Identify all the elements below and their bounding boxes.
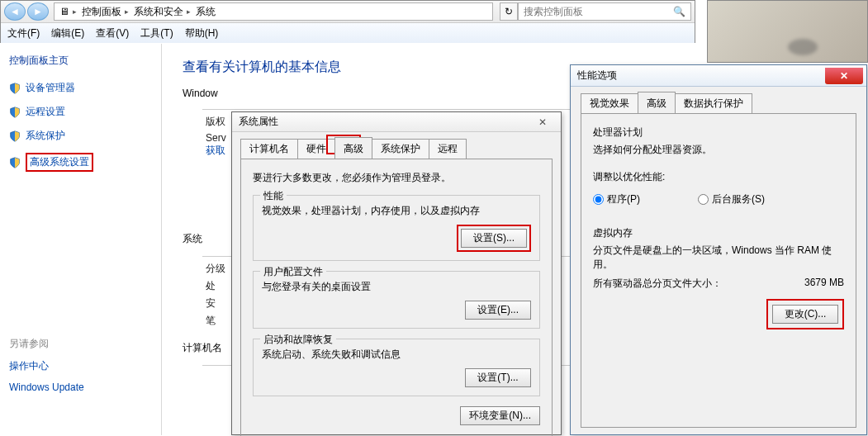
back-icon: ◄ xyxy=(10,6,20,17)
link-action-center[interactable]: 操作中心 xyxy=(9,359,153,373)
address-bar: ◄ ► 🖥▸ 控制面板▸ 系统和安全▸ 系统 ↻ 搜索控制面板 🔍 xyxy=(1,1,695,23)
sidebar-item-device-manager[interactable]: 设备管理器 xyxy=(9,81,153,95)
radio-services[interactable]: 后台服务(S) xyxy=(698,192,765,206)
perf-tab-pane: 处理器计划 选择如何分配处理器资源。 调整以优化性能: 程序(P) 后台服务(S… xyxy=(581,114,856,428)
change-button[interactable]: 更改(C)... xyxy=(772,305,838,324)
adjust-label: 调整以优化性能: xyxy=(593,170,844,184)
startup-recovery-group: 启动和故障恢复 系统启动、系统失败和调试信息 设置(T)... xyxy=(253,339,540,396)
see-also-label: 另请参阅 xyxy=(9,337,153,351)
shield-icon xyxy=(9,107,21,118)
menu-tools[interactable]: 工具(T) xyxy=(140,26,173,40)
crumb-control-panel[interactable]: 控制面板 xyxy=(82,5,121,19)
explorer-window: ◄ ► 🖥▸ 控制面板▸ 系统和安全▸ 系统 ↻ 搜索控制面板 🔍 文件(F) … xyxy=(0,0,695,43)
vm-title: 虚拟内存 xyxy=(593,226,844,240)
tab-dep[interactable]: 数据执行保护 xyxy=(675,93,752,113)
close-button[interactable]: ✕ xyxy=(531,116,554,128)
radio-programs[interactable]: 程序(P) xyxy=(593,192,640,206)
menu-file[interactable]: 文件(F) xyxy=(7,26,40,40)
tab-computer-name[interactable]: 计算机名 xyxy=(240,139,298,159)
environment-variables-button[interactable]: 环境变量(N)... xyxy=(460,406,540,425)
scheduling-radio-group: 程序(P) 后台服务(S) xyxy=(593,192,844,206)
admin-note: 要进行大多数更改，您必须作为管理员登录。 xyxy=(253,171,540,185)
scheduling-desc: 选择如何分配处理器资源。 xyxy=(593,143,844,157)
settings-profiles-button[interactable]: 设置(E)... xyxy=(465,301,531,320)
sidebar-item-advanced-settings[interactable]: 高级系统设置 xyxy=(9,153,153,172)
performance-options-dialog: 性能选项 ✕ 视觉效果 高级 数据执行保护 处理器计划 选择如何分配处理器资源。… xyxy=(570,64,867,435)
group-title-startup: 启动和故障恢复 xyxy=(260,333,336,347)
radio-services-label: 后台服务(S) xyxy=(712,192,765,206)
system-properties-dialog: 系统属性 ✕ 计算机名 硬件 高级 系统保护 远程 要进行大多数更改，您必须作为… xyxy=(231,111,562,435)
dialog-titlebar: 系统属性 ✕ xyxy=(232,112,561,132)
refresh-icon: ↻ xyxy=(505,6,513,17)
performance-group: 性能 视觉效果，处理器计划，内存使用，以及虚拟内存 设置(S)... xyxy=(253,195,540,261)
shield-icon xyxy=(9,130,21,142)
tab-perf-advanced[interactable]: 高级 xyxy=(638,92,676,113)
breadcrumb-root-icon: 🖥▸ xyxy=(59,6,77,17)
crumb-system[interactable]: 系统 xyxy=(196,5,216,19)
desktop-photo-peek xyxy=(707,0,868,63)
tab-visual-effects[interactable]: 视觉效果 xyxy=(581,93,638,113)
dialog-titlebar: 性能选项 ✕ xyxy=(571,65,866,87)
link-windows-update[interactable]: Windows Update xyxy=(9,382,153,393)
sidebar-item-label: 高级系统设置 xyxy=(26,153,93,172)
refresh-button[interactable]: ↻ xyxy=(500,2,518,21)
search-placeholder: 搜索控制面板 xyxy=(524,5,583,19)
annotation-box: 更改(C)... xyxy=(766,299,844,329)
group-title-profiles: 用户配置文件 xyxy=(260,265,326,279)
sidebar-item-remote-settings[interactable]: 远程设置 xyxy=(9,105,153,119)
menu-help[interactable]: 帮助(H) xyxy=(185,26,219,40)
radio-services-input[interactable] xyxy=(698,194,709,205)
performance-desc: 视觉效果，处理器计划，内存使用，以及虚拟内存 xyxy=(262,204,531,218)
breadcrumb[interactable]: 🖥▸ 控制面板▸ 系统和安全▸ 系统 xyxy=(54,2,493,21)
sidebar-item-label: 设备管理器 xyxy=(26,81,75,95)
menu-bar: 文件(F) 编辑(E) 查看(V) 工具(T) 帮助(H) xyxy=(1,23,695,43)
annotation-box: 设置(S)... xyxy=(457,225,531,252)
close-button[interactable]: ✕ xyxy=(825,68,863,84)
tab-advanced[interactable]: 高级 xyxy=(334,137,372,159)
user-profiles-group: 用户配置文件 与您登录有关的桌面设置 设置(E)... xyxy=(253,271,540,329)
tab-hardware[interactable]: 硬件 xyxy=(297,139,335,159)
tab-pane-advanced: 要进行大多数更改，您必须作为管理员登录。 性能 视觉效果，处理器计划，内存使用，… xyxy=(240,159,553,436)
shield-icon xyxy=(9,157,21,168)
dialog-title: 系统属性 xyxy=(239,115,278,129)
settings-startup-button[interactable]: 设置(T)... xyxy=(465,368,531,387)
perf-tabs: 视觉效果 高级 数据执行保护 xyxy=(581,92,856,114)
radio-programs-input[interactable] xyxy=(593,194,604,205)
sysprop-tabs: 计算机名 硬件 高级 系统保护 远程 xyxy=(240,137,553,159)
vm-total-label: 所有驱动器总分页文件大小： xyxy=(593,277,722,291)
tab-remote[interactable]: 远程 xyxy=(429,139,467,159)
virtual-memory-block: 虚拟内存 分页文件是硬盘上的一块区域，Windows 当作 RAM 使用。 所有… xyxy=(593,226,844,291)
tab-system-protection[interactable]: 系统保护 xyxy=(372,139,429,159)
sidebar-title[interactable]: 控制面板主页 xyxy=(9,54,153,68)
sidebar-item-label: 远程设置 xyxy=(26,105,65,119)
shield-icon xyxy=(9,83,21,94)
scheduling-title: 处理器计划 xyxy=(593,126,844,140)
forward-icon: ► xyxy=(33,6,43,17)
startup-desc: 系统启动、系统失败和调试信息 xyxy=(262,348,531,362)
group-title-performance: 性能 xyxy=(260,189,287,203)
crumb-system-security[interactable]: 系统和安全 xyxy=(134,5,183,19)
radio-programs-label: 程序(P) xyxy=(607,192,640,206)
forward-button[interactable]: ► xyxy=(27,2,49,21)
sidebar-item-system-protection[interactable]: 系统保护 xyxy=(9,129,153,143)
menu-view[interactable]: 查看(V) xyxy=(96,26,129,40)
sidebar: 控制面板主页 设备管理器 远程设置 系统保护 高级系统设置 另请参阅 操作中心 … xyxy=(1,44,162,435)
settings-performance-button[interactable]: 设置(S)... xyxy=(461,229,527,248)
search-input[interactable]: 搜索控制面板 🔍 xyxy=(518,2,691,21)
menu-edit[interactable]: 编辑(E) xyxy=(51,26,84,40)
vm-total-value: 3679 MB xyxy=(804,277,844,291)
sidebar-item-label: 系统保护 xyxy=(26,129,65,143)
dialog-title: 性能选项 xyxy=(577,69,617,83)
profiles-desc: 与您登录有关的桌面设置 xyxy=(262,280,531,294)
back-button[interactable]: ◄ xyxy=(4,2,26,21)
search-icon: 🔍 xyxy=(673,6,685,17)
vm-desc: 分页文件是硬盘上的一块区域，Windows 当作 RAM 使用。 xyxy=(593,244,844,272)
